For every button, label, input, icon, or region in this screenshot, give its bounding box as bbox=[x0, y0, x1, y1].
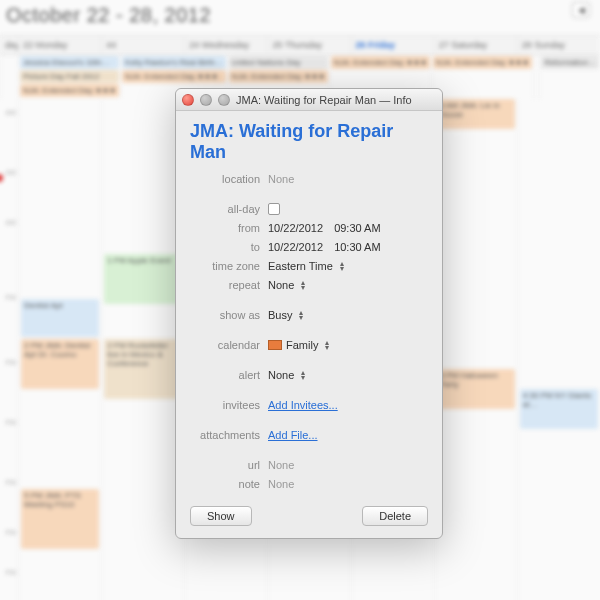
dialog-titlebar[interactable]: JMA: Waiting for Repair Man — Info bbox=[176, 89, 442, 111]
allday-event[interactable]: Picture Day Fall 2012 bbox=[20, 70, 119, 83]
show-button[interactable]: Show bbox=[190, 506, 252, 526]
day-header-wed[interactable]: 24 Wednesday bbox=[184, 36, 267, 54]
add-invitees-link[interactable]: Add Invitees... bbox=[268, 399, 338, 411]
allday-label: day bbox=[0, 36, 18, 54]
zoom-icon[interactable] bbox=[218, 94, 230, 106]
day-col-sat[interactable]: 8 AM JMA: Lie in House 4 PM Halloween Pa… bbox=[434, 99, 517, 600]
close-icon[interactable] bbox=[182, 94, 194, 106]
calendar-color-swatch-icon bbox=[268, 340, 282, 350]
to-label: to bbox=[190, 241, 268, 253]
showas-label: show as bbox=[190, 309, 268, 321]
to-date[interactable]: 10/22/2012 bbox=[268, 241, 323, 253]
allday-event[interactable]: NJA: Extended Day ★★★ bbox=[331, 56, 430, 69]
from-date[interactable]: 10/22/2012 bbox=[268, 222, 323, 234]
chevron-updown-icon: ▴▾ bbox=[301, 370, 305, 380]
attachments-label: attachments bbox=[190, 429, 268, 441]
repeat-select[interactable]: None ▴▾ bbox=[268, 279, 305, 291]
alert-select[interactable]: None ▴▾ bbox=[268, 369, 305, 381]
day-header-sun[interactable]: 28 Sunday bbox=[517, 36, 600, 54]
day-col-mon[interactable]: Dentist Apt 2 PM JMA: Dentist Apt Dr. Cu… bbox=[18, 99, 101, 600]
chevron-updown-icon: ▴▾ bbox=[325, 340, 329, 350]
day-header-mon[interactable]: 22 Monday bbox=[18, 36, 101, 54]
event-block[interactable]: 5 PM JMA: PTS Meeting PS10 bbox=[21, 489, 99, 549]
event-title[interactable]: JMA: Waiting for Repair Man bbox=[190, 121, 428, 163]
event-block[interactable]: 2 PM JMA: Dentist Apt Dr. Cuomo bbox=[21, 339, 99, 389]
allday-event[interactable]: NJA: Extended Day ★★★ bbox=[433, 56, 532, 69]
day-header-sat[interactable]: 27 Saturday bbox=[434, 36, 517, 54]
day-header-tue[interactable]: 44 bbox=[101, 36, 184, 54]
delete-button[interactable]: Delete bbox=[362, 506, 428, 526]
chevron-updown-icon: ▴▾ bbox=[340, 261, 344, 271]
to-time[interactable]: 10:30 AM bbox=[334, 241, 380, 253]
location-label: location bbox=[190, 173, 268, 185]
prev-arrow-button[interactable]: ◀ bbox=[572, 2, 590, 18]
event-block[interactable]: 4:30 PM NY Giants at… bbox=[520, 389, 598, 429]
allday-event[interactable]: United Nations Day bbox=[229, 56, 328, 69]
calendar-label: calendar bbox=[190, 339, 268, 351]
event-info-dialog: JMA: Waiting for Repair Man — Info JMA: … bbox=[175, 88, 443, 539]
add-file-link[interactable]: Add File... bbox=[268, 429, 318, 441]
invitees-label: invitees bbox=[190, 399, 268, 411]
allday-event[interactable]: Reformation… bbox=[541, 56, 599, 69]
day-header-thu[interactable]: 25 Thursday bbox=[267, 36, 350, 54]
minimize-icon[interactable] bbox=[200, 94, 212, 106]
event-block[interactable]: 8 AM JMA: Lie in House bbox=[437, 99, 515, 129]
now-indicator-icon bbox=[0, 174, 3, 182]
allday-checkbox[interactable] bbox=[268, 203, 280, 215]
day-col-tue[interactable]: 1 PM Apple Event 2 PM Rockefeller live i… bbox=[101, 99, 184, 600]
url-label: url bbox=[190, 459, 268, 471]
from-time[interactable]: 09:30 AM bbox=[334, 222, 380, 234]
event-block[interactable]: Dentist Apt bbox=[21, 299, 99, 337]
allday-event[interactable]: NJA: Extended Day ★★★ bbox=[229, 70, 328, 83]
date-range-header: October 22 - 28, 2012 bbox=[0, 0, 600, 35]
chevron-updown-icon: ▴▾ bbox=[299, 310, 303, 320]
allday-label: all-day bbox=[190, 203, 268, 215]
chevron-updown-icon: ▴▾ bbox=[301, 280, 305, 290]
dialog-window-title: JMA: Waiting for Repair Man — Info bbox=[236, 94, 436, 106]
location-value[interactable]: None bbox=[268, 173, 294, 185]
timezone-label: time zone bbox=[190, 260, 268, 272]
day-col-sun[interactable]: 4:30 PM NY Giants at… bbox=[517, 99, 600, 600]
alert-label: alert bbox=[190, 369, 268, 381]
url-value[interactable]: None bbox=[268, 459, 294, 471]
event-block[interactable]: 2 PM Rockefeller live in Mexico & Confer… bbox=[104, 339, 182, 399]
timezone-select[interactable]: Eastern Time ▴▾ bbox=[268, 260, 344, 272]
from-label: from bbox=[190, 222, 268, 234]
day-header-row: day 22 Monday 44 24 Wednesday 25 Thursda… bbox=[0, 35, 600, 55]
note-label: note bbox=[190, 478, 268, 490]
time-gutter: AM AM AM PM PM PM PM PM PM PM bbox=[0, 99, 18, 600]
allday-event[interactable]: Kelly Rawton's Real Birth… bbox=[122, 56, 226, 69]
allday-event[interactable]: NJA: Extended Day ★★★ bbox=[20, 84, 119, 97]
event-block[interactable]: 4 PM Halloween Party bbox=[437, 369, 515, 409]
showas-select[interactable]: Busy ▴▾ bbox=[268, 309, 303, 321]
note-value[interactable]: None bbox=[268, 478, 294, 490]
allday-event[interactable]: NJA: Extended Day ★★★ bbox=[122, 70, 226, 83]
repeat-label: repeat bbox=[190, 279, 268, 291]
event-block[interactable]: 1 PM Apple Event bbox=[104, 254, 182, 304]
allday-event[interactable]: Jessica Elwood's 10th… bbox=[20, 56, 119, 69]
day-header-fri[interactable]: 26 Friday bbox=[351, 36, 434, 54]
calendar-select[interactable]: Family ▴▾ bbox=[268, 339, 329, 351]
